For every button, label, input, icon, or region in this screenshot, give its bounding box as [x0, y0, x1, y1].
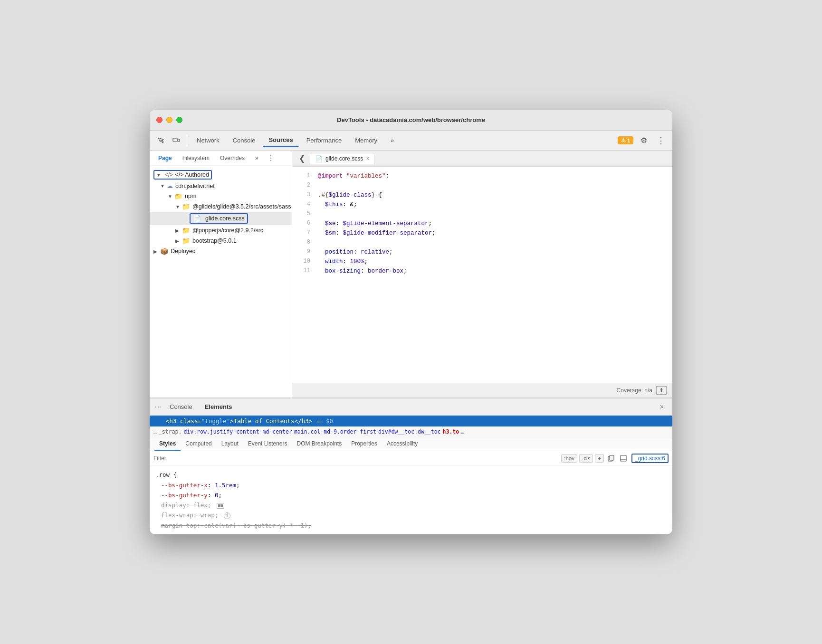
tab-memory[interactable]: Memory	[349, 134, 383, 147]
code-line-10: 10 width: 100%;	[292, 257, 672, 266]
dom-path-toc[interactable]: div#dw__toc.dw__toc	[378, 428, 441, 435]
sidebar-tab-filesystem[interactable]: Filesystem	[178, 153, 214, 163]
npm-label: npm	[185, 193, 196, 199]
bottom-tab-console[interactable]: Console	[165, 401, 197, 412]
source-link[interactable]: _grid.scss:6	[631, 454, 669, 463]
code-editor[interactable]: 1 @import "variables"; 2 3 .#{$glide-cla…	[292, 167, 672, 383]
tree-bootstrap[interactable]: ▶ 📁 bootstrap@5.0.1	[150, 236, 292, 246]
tree-deployed[interactable]: ▶ 📦 Deployed	[150, 246, 292, 256]
filter-dock-icon[interactable]	[618, 453, 629, 464]
device-icon[interactable]	[170, 134, 183, 147]
deployed-arrow: ▶	[153, 249, 160, 254]
filter-add-button[interactable]: +	[595, 454, 604, 463]
css-prop-gutter-y: --bs-gutter-y: 0;	[161, 492, 222, 499]
line-content-3: .#{$glide-class} {	[318, 190, 668, 200]
styles-tab-dom-breakpoints[interactable]: DOM Breakpoints	[292, 437, 346, 451]
dom-path-end-dots[interactable]: …	[461, 428, 464, 435]
line-num-3: 3	[297, 190, 310, 199]
line-num-6: 6	[297, 219, 310, 228]
sidebar-tab-bar: Page Filesystem Overrides » ⋮	[150, 151, 292, 166]
styles-tab-accessibility[interactable]: Accessibility	[382, 437, 422, 451]
styles-tab-event-listeners[interactable]: Event Listeners	[243, 437, 292, 451]
line-num-1: 1	[297, 171, 310, 180]
code-line-5: 5	[292, 209, 672, 219]
tree-glideis[interactable]: ▼ 📁 @glideis/glide@3.5.2/src/assets/sass	[150, 201, 292, 212]
maximize-button[interactable]	[176, 117, 182, 123]
minimize-button[interactable]	[166, 117, 172, 123]
filter-input[interactable]	[153, 455, 558, 462]
info-icon[interactable]: i	[224, 512, 230, 519]
css-prop-flex-wrap: flex-wrap: wrap; i	[161, 511, 230, 519]
cdn-label: cdn.jsdelivr.net	[175, 183, 215, 189]
line-content-11: box-sizing: border-box;	[318, 266, 668, 276]
traffic-lights	[156, 117, 182, 123]
toolbar-separator	[187, 136, 187, 145]
css-prop-display: display: flex;	[161, 502, 224, 509]
styles-tab-properties[interactable]: Properties	[346, 437, 382, 451]
line-content-2	[318, 181, 668, 190]
notif-icon: ⚠	[621, 137, 626, 143]
coverage-bar: Coverage: n/a ⬆	[292, 383, 672, 398]
line-content-5	[318, 209, 668, 219]
editor-file-tab[interactable]: 📄 glide.core.scss ×	[310, 153, 374, 164]
authored-label: </> Authored	[175, 171, 209, 178]
settings-icon[interactable]: ⚙	[637, 134, 650, 147]
dom-breadcrumb: … _strap. div.row.justify-content-md-cen…	[150, 426, 672, 437]
tab-more[interactable]: »	[385, 134, 400, 147]
code-line-8: 8	[292, 238, 672, 247]
glideis-label: @glideis/glide@3.5.2/src/assets/sass	[192, 203, 291, 210]
bottom-close-icon[interactable]: ×	[656, 401, 668, 413]
code-line-9: 9 position: relative;	[292, 247, 672, 257]
filter-hov-button[interactable]: :hov	[561, 454, 577, 463]
titlebar: DevTools - datacadamia.com/web/browser/c…	[150, 110, 672, 131]
more-options-icon[interactable]: ⋮	[654, 134, 668, 147]
glideis-arrow: ▼	[175, 204, 182, 209]
popperjs-folder-icon: 📁	[182, 227, 190, 234]
editor-tab-bar: ❮ 📄 glide.core.scss ×	[292, 151, 672, 167]
editor-back-icon[interactable]: ❮	[296, 153, 308, 164]
filter-bar: :hov .cls + _grid.scss:6	[150, 451, 672, 466]
filter-actions: :hov .cls +	[561, 453, 629, 464]
tree-glide-core-scss[interactable]: 📄 glide.core.scss	[150, 212, 292, 225]
css-prop-gutter-x: --bs-gutter-x: 1.5rem;	[161, 482, 240, 489]
styles-tab-computed[interactable]: Computed	[181, 437, 216, 451]
styles-tab-layout[interactable]: Layout	[217, 437, 243, 451]
tab-sources[interactable]: Sources	[263, 134, 298, 147]
sidebar-options-icon[interactable]: ⋮	[264, 152, 277, 163]
glideis-folder-icon: 📁	[182, 203, 190, 210]
tab-console[interactable]: Console	[227, 134, 261, 147]
dom-path-strap[interactable]: _strap.	[159, 428, 182, 435]
popperjs-label: @popperjs/core@2.9.2/src	[192, 227, 263, 234]
sidebar-tab-page[interactable]: Page	[153, 153, 177, 163]
line-num-5: 5	[297, 209, 310, 218]
bottom-dots-icon[interactable]: ⋯	[154, 402, 162, 411]
sidebar-tab-overrides[interactable]: Overrides	[215, 153, 249, 163]
dom-path-main[interactable]: main.col-md-9.order-first	[294, 428, 376, 435]
line-content-6: $se: $glide-element-separator;	[318, 219, 668, 228]
editor-tab-close[interactable]: ×	[366, 155, 369, 162]
tree-npm[interactable]: ▼ 📁 npm	[150, 191, 292, 201]
notification-badge[interactable]: ⚠ 1	[618, 136, 633, 144]
dom-path-h3[interactable]: h3.to	[443, 428, 459, 435]
npm-arrow: ▼	[168, 194, 174, 199]
filter-copy-icon[interactable]	[606, 453, 616, 464]
dom-path-row[interactable]: div.row.justify-content-md-center	[183, 428, 292, 435]
close-button[interactable]	[156, 117, 162, 123]
tree-popperjs[interactable]: ▶ 📁 @popperjs/core@2.9.2/src	[150, 225, 292, 236]
scss-file-icon: 📄	[193, 215, 201, 222]
main-toolbar: Network Console Sources Performance Memo…	[150, 131, 672, 151]
tree-cdn[interactable]: ▼ ☁ cdn.jsdelivr.net	[150, 181, 292, 191]
bottom-tab-elements[interactable]: Elements	[200, 401, 237, 412]
coverage-icon: ⬆	[656, 386, 667, 395]
line-content-9: position: relative;	[318, 247, 668, 257]
styles-tab-bar: Styles Computed Layout Event Listeners D…	[150, 437, 672, 451]
filter-cls-button[interactable]: .cls	[579, 454, 593, 463]
dom-path-dots[interactable]: …	[153, 428, 157, 435]
tree-authored[interactable]: ▼ </> </> Authored	[150, 169, 292, 181]
inspect-icon[interactable]	[154, 134, 168, 147]
tab-network[interactable]: Network	[191, 134, 225, 147]
bootstrap-label: bootstrap@5.0.1	[192, 237, 237, 244]
styles-tab-styles[interactable]: Styles	[154, 437, 181, 451]
sidebar-tab-more[interactable]: »	[250, 153, 263, 163]
tab-performance[interactable]: Performance	[301, 134, 347, 147]
